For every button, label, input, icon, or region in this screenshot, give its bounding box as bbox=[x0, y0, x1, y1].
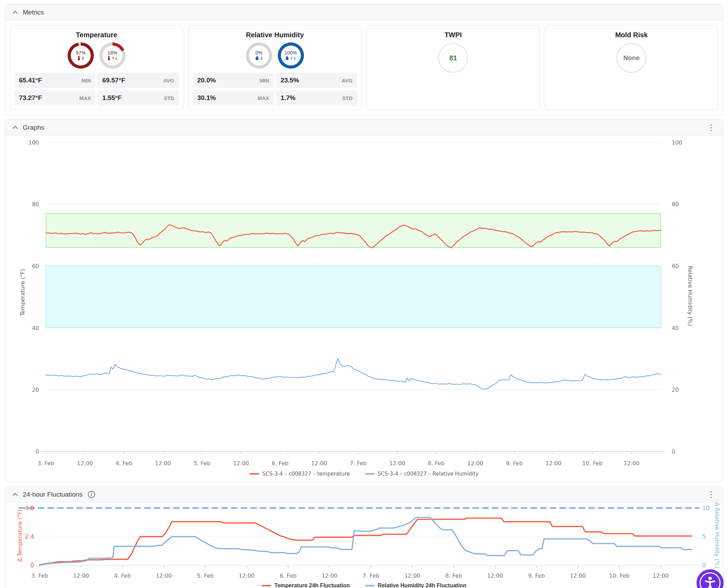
svg-text:12:00: 12:00 bbox=[487, 572, 503, 579]
metrics-section: Metrics Temperature 97% ↕ 18% bbox=[5, 4, 723, 115]
std-label: STD bbox=[342, 95, 353, 101]
main-chart-legend: SCS-3-4 – c008327 – temperatureSCS-3-4 –… bbox=[5, 469, 723, 482]
graphs-title: Graphs bbox=[23, 124, 44, 131]
legend-label: SCS-3-4 – c008327 – Relative Humidity bbox=[378, 471, 479, 477]
delta-temperature-axis-label: Δ Temperature (°F) bbox=[17, 509, 23, 562]
min-label: MIN bbox=[81, 78, 91, 83]
updown-arrow-icon: ↑↓ bbox=[290, 56, 296, 61]
legend-label: Temperature 24h Fluctuation bbox=[274, 582, 350, 588]
legend-swatch bbox=[365, 473, 375, 475]
svg-text:60: 60 bbox=[672, 263, 679, 269]
svg-text:5. Feb: 5. Feb bbox=[194, 460, 210, 467]
graphs-collapse-button[interactable] bbox=[12, 124, 18, 131]
svg-text:100: 100 bbox=[672, 139, 682, 146]
fluctuations-chart-body: 3. Feb12:004. Feb12:005. Feb12:006. Feb1… bbox=[5, 502, 723, 588]
std-label: STD bbox=[164, 95, 174, 101]
temperature-std-value: 1.55°F bbox=[102, 94, 121, 102]
accessibility-person-icon bbox=[699, 571, 721, 588]
svg-text:0: 0 bbox=[702, 562, 706, 569]
temperature-min-cell: 65.41°F MIN bbox=[14, 73, 95, 88]
svg-text:8. Feb: 8. Feb bbox=[445, 572, 462, 579]
legend-item[interactable]: Relative Humidity 24h Fluctuation bbox=[365, 582, 466, 588]
legend-item[interactable]: SCS-3-4 – c008327 – temperature bbox=[249, 471, 350, 477]
humidity-stats: 20.0% MIN 23.5% AVG 30.1% MAX 1.7% STD bbox=[193, 69, 357, 106]
fluctuations-collapse-button[interactable] bbox=[12, 491, 18, 498]
svg-text:0: 0 bbox=[30, 562, 34, 569]
temperature-humidity-chart[interactable]: 3. Feb12:004. Feb12:005. Feb12:006. Feb1… bbox=[5, 136, 723, 467]
fluctuations-info-button[interactable] bbox=[87, 490, 96, 499]
mold-risk-circle: None bbox=[617, 43, 646, 73]
graphs-section: Graphs ⋮ 3. Feb12:004. Feb12:005. Feb12:… bbox=[5, 119, 723, 482]
accessibility-widget-button[interactable] bbox=[697, 569, 724, 588]
svg-text:9. Feb: 9. Feb bbox=[506, 460, 523, 467]
temperature-max-cell: 73.27°F MAX bbox=[14, 90, 95, 106]
fluctuations-menu-button[interactable]: ⋮ bbox=[706, 490, 716, 499]
humidity-gauges: 0% ↕ 100% ↑↓ bbox=[193, 42, 357, 69]
svg-text:10. Feb: 10. Feb bbox=[582, 460, 603, 467]
droplet-icon bbox=[285, 56, 289, 62]
metrics-header: Metrics bbox=[5, 4, 723, 20]
svg-text:12:00: 12:00 bbox=[623, 460, 639, 467]
chevron-up-icon bbox=[13, 125, 18, 130]
svg-text:40: 40 bbox=[672, 325, 679, 331]
humidity-gauge-high: 100% ↑↓ bbox=[278, 42, 304, 69]
updown-arrow-icon: ↕ bbox=[260, 56, 263, 61]
right-axis-label: Relative Humidity (%) bbox=[687, 266, 693, 326]
kebab-icon: ⋮ bbox=[707, 123, 715, 132]
svg-text:12:00: 12:00 bbox=[77, 460, 93, 467]
svg-text:12:00: 12:00 bbox=[73, 572, 89, 579]
mold-risk-card-title: Mold Risk bbox=[549, 31, 714, 39]
chevron-up-icon bbox=[13, 492, 18, 497]
avg-label: AVG bbox=[163, 78, 174, 83]
avg-label: AVG bbox=[342, 78, 352, 83]
svg-text:12:00: 12:00 bbox=[155, 460, 171, 467]
svg-text:12:00: 12:00 bbox=[545, 460, 561, 467]
temperature-max-value: 73.27°F bbox=[19, 94, 42, 102]
svg-text:12:00: 12:00 bbox=[311, 460, 327, 467]
humidity-avg-cell: 23.5% AVG bbox=[276, 73, 357, 88]
graphs-menu-button[interactable]: ⋮ bbox=[706, 123, 716, 132]
svg-text:5: 5 bbox=[702, 533, 706, 540]
svg-text:40: 40 bbox=[32, 325, 39, 331]
twpi-score-value: 81 bbox=[449, 54, 457, 62]
svg-text:12:00: 12:00 bbox=[233, 460, 249, 467]
svg-text:0: 0 bbox=[672, 448, 675, 455]
droplet-icon bbox=[255, 56, 259, 62]
max-label: MAX bbox=[258, 95, 269, 101]
legend-item[interactable]: SCS-3-4 – c008327 – Relative Humidity bbox=[365, 471, 479, 477]
chevron-up-icon bbox=[13, 10, 18, 15]
legend-swatch bbox=[365, 585, 375, 586]
svg-text:7. Feb: 7. Feb bbox=[350, 460, 367, 467]
svg-text:4. Feb: 4. Feb bbox=[114, 572, 131, 579]
updown-arrow-icon: ↑↓ bbox=[111, 56, 118, 61]
legend-swatch bbox=[262, 585, 271, 586]
metrics-collapse-button[interactable] bbox=[12, 9, 18, 16]
kebab-icon: ⋮ bbox=[707, 490, 715, 499]
fluctuation-chart[interactable]: 3. Feb12:004. Feb12:005. Feb12:006. Feb1… bbox=[5, 502, 723, 579]
humidity-min-cell: 20.0% MIN bbox=[193, 73, 274, 88]
min-label: MIN bbox=[260, 78, 269, 83]
fluctuations-header: 24-hour Fluctuations ⋮ bbox=[5, 487, 723, 502]
twpi-card-title: TWPI bbox=[371, 31, 535, 39]
graphs-header: Graphs ⋮ bbox=[5, 120, 723, 136]
humidity-min-value: 20.0% bbox=[197, 77, 216, 84]
svg-text:8. Feb: 8. Feb bbox=[428, 460, 445, 467]
mold-risk-value: None bbox=[623, 54, 640, 62]
humidity-card-title: Relative Humidity bbox=[193, 31, 357, 39]
svg-text:0: 0 bbox=[36, 448, 39, 455]
temperature-gauge-high: 97% ↕ bbox=[68, 42, 94, 69]
temperature-gauges: 97% ↕ 18% ↑↓ bbox=[14, 42, 179, 69]
humidity-gauge-high-value: 100% bbox=[285, 50, 297, 56]
svg-text:4. Feb: 4. Feb bbox=[116, 460, 132, 467]
svg-text:100: 100 bbox=[28, 139, 39, 146]
svg-text:9. Feb: 9. Feb bbox=[528, 572, 545, 579]
svg-text:3. Feb: 3. Feb bbox=[31, 572, 48, 579]
legend-item[interactable]: Temperature 24h Fluctuation bbox=[262, 582, 350, 588]
fluctuation-chart-legend: Temperature 24h FluctuationRelative Humi… bbox=[5, 580, 723, 588]
svg-text:20: 20 bbox=[32, 387, 39, 393]
graphs-chart-body: 3. Feb12:004. Feb12:005. Feb12:006. Feb1… bbox=[5, 136, 723, 482]
temperature-std-cell: 1.55°F STD bbox=[98, 90, 178, 106]
temperature-avg-value: 69.57°F bbox=[102, 77, 125, 84]
svg-text:7. Feb: 7. Feb bbox=[363, 572, 380, 579]
max-label: MAX bbox=[79, 95, 91, 101]
